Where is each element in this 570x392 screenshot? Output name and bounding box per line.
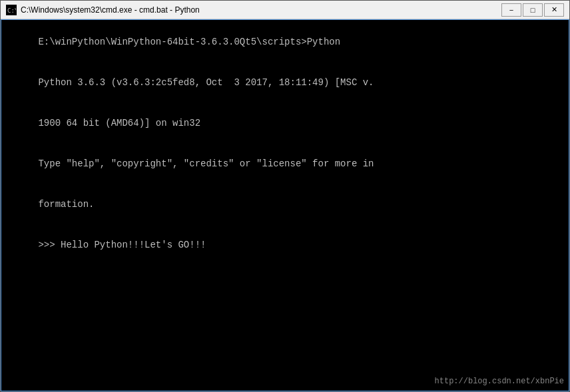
svg-text:C:\: C:\	[7, 7, 16, 14]
console-output: E:\winPython\WinPython-64bit-3.6.3.0Qt5\…	[5, 22, 565, 265]
minimize-button[interactable]: −	[501, 3, 521, 17]
cmd-window: C:\ C:\Windows\system32\cmd.exe - cmd.ba…	[0, 0, 570, 392]
console-line-1: E:\winPython\WinPython-64bit-3.6.3.0Qt5\…	[38, 37, 340, 47]
close-button[interactable]: ✕	[544, 3, 564, 17]
window-title: C:\Windows\system32\cmd.exe - cmd.bat - …	[21, 5, 501, 15]
console-body[interactable]: E:\winPython\WinPython-64bit-3.6.3.0Qt5\…	[1, 19, 569, 391]
console-line-2: Python 3.6.3 (v3.6.3:2c5fed8, Oct 3 2017…	[38, 77, 374, 88]
title-bar: C:\ C:\Windows\system32\cmd.exe - cmd.ba…	[1, 1, 569, 19]
watermark: http://blog.csdn.net/xbnPie	[435, 377, 564, 386]
window-controls: − □ ✕	[501, 3, 564, 17]
console-line-5: formation.	[38, 199, 94, 210]
console-line-4: Type "help", "copyright", "credits" or "…	[38, 158, 374, 169]
maximize-button[interactable]: □	[523, 3, 543, 17]
console-line-6: >>> Hello Python!!!Let's GO!!!	[38, 240, 206, 250]
app-icon: C:\	[6, 5, 17, 15]
console-line-3: 1900 64 bit (AMD64)] on win32	[38, 118, 200, 128]
